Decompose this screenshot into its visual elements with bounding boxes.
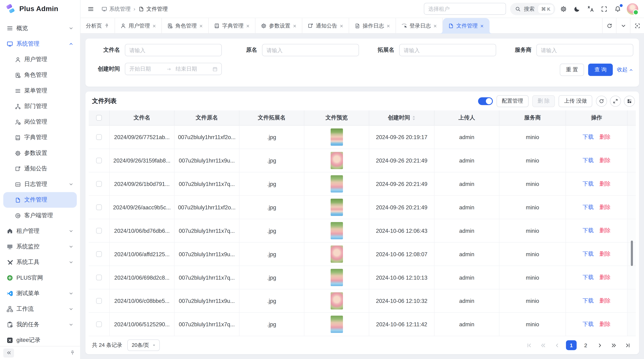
app-logo[interactable]: Plus Admin (0, 0, 80, 18)
global-search-button[interactable]: 搜索 ⌘ K (510, 3, 555, 15)
sidebar-item[interactable]: 系统工具 (3, 254, 77, 270)
page-size-select[interactable]: 20条/页 (127, 340, 160, 351)
sidebar-item[interactable]: 字典管理 (3, 130, 77, 145)
sidebar-item[interactable]: 系统监控 (3, 239, 77, 254)
row-checkbox[interactable] (96, 275, 102, 280)
column-header[interactable]: 服务商 (500, 110, 566, 126)
sidebar-item[interactable]: 系统管理 (3, 36, 77, 52)
header-action-button[interactable] (612, 3, 623, 14)
sidebar-item[interactable]: 测试菜单 (3, 286, 77, 301)
delete-link[interactable]: 删除 (600, 180, 610, 188)
download-link[interactable]: 下载 (583, 204, 594, 211)
download-link[interactable]: 下载 (583, 133, 594, 141)
file-preview-thumbnail[interactable] (330, 152, 343, 169)
breadcrumb-item[interactable]: 系统管理 (102, 5, 130, 12)
sidebar-pin-button[interactable] (68, 348, 77, 358)
sidebar-collapse-button[interactable] (3, 348, 14, 358)
row-checkbox[interactable] (96, 204, 102, 210)
sidebar-item[interactable]: 菜单管理 (3, 83, 77, 98)
reset-button[interactable]: 重 置 (560, 64, 584, 76)
tab-close-icon[interactable] (199, 24, 203, 28)
tab[interactable]: 分析页 (80, 18, 115, 34)
tab[interactable]: 登录日志 (396, 18, 443, 34)
header-action-button[interactable] (585, 3, 596, 14)
column-header[interactable]: 上传人 (434, 110, 500, 126)
sidebar-item[interactable]: 日志管理 (3, 176, 77, 192)
tab[interactable]: 用户管理 (115, 18, 162, 34)
pager-button[interactable] (524, 340, 534, 350)
delete-link[interactable]: 删除 (600, 204, 610, 211)
tab-close-icon[interactable] (386, 24, 390, 28)
sort-icon[interactable] (412, 115, 416, 120)
download-link[interactable]: 下载 (583, 227, 594, 234)
delete-link[interactable]: 删除 (600, 274, 610, 281)
tenant-select-input[interactable] (424, 3, 506, 15)
select-all-checkbox[interactable] (96, 115, 102, 121)
search-toggle-switch[interactable] (478, 97, 493, 105)
pager-button[interactable]: 1 (566, 340, 577, 350)
query-button[interactable]: 查 询 (588, 64, 613, 76)
row-checkbox[interactable] (96, 181, 102, 187)
table-icon-button[interactable] (596, 95, 607, 107)
header-action-button[interactable] (572, 3, 582, 14)
tab-close-icon[interactable] (293, 24, 296, 28)
delete-link[interactable]: 删除 (600, 297, 610, 305)
row-checkbox[interactable] (96, 158, 102, 163)
sidebar-item[interactable]: 角色管理 (3, 67, 77, 83)
delete-button[interactable]: 删 除 (532, 95, 555, 107)
pager-button[interactable] (538, 340, 548, 350)
sidebar-item[interactable]: 概览 (3, 20, 77, 36)
download-link[interactable]: 下载 (583, 180, 594, 188)
sidebar-item[interactable]: gitee记录 (3, 333, 77, 344)
column-header[interactable]: 文件原名 (174, 110, 240, 126)
delete-link[interactable]: 删除 (600, 227, 610, 234)
column-header-sortable[interactable]: 创建时间 (369, 110, 434, 126)
file-preview-thumbnail[interactable] (330, 316, 343, 333)
tab-close-icon[interactable] (246, 24, 250, 28)
sidebar-item[interactable]: 客户端管理 (3, 208, 77, 223)
row-checkbox[interactable] (96, 228, 102, 234)
tab[interactable]: 字典管理 (208, 18, 256, 34)
filter-input[interactable] (536, 44, 633, 56)
delete-link[interactable]: 删除 (600, 250, 610, 258)
pager-button[interactable] (623, 340, 632, 350)
sidebar-item[interactable]: 文件管理 (3, 192, 77, 208)
delete-link[interactable]: 删除 (600, 321, 610, 328)
file-preview-thumbnail[interactable] (330, 199, 343, 216)
row-checkbox[interactable] (96, 134, 102, 140)
file-preview-thumbnail[interactable] (330, 175, 343, 192)
sidebar-item[interactable]: 参数设置 (3, 145, 77, 161)
filter-input[interactable] (399, 44, 496, 56)
sidebar-item[interactable]: 用户管理 (3, 52, 77, 67)
file-preview-thumbnail[interactable] (330, 246, 343, 263)
upload-button[interactable]: 上传 没做 (559, 95, 592, 107)
sidebar-item[interactable]: 部门管理 (3, 98, 77, 114)
delete-link[interactable]: 删除 (600, 157, 610, 164)
filter-input[interactable] (125, 44, 222, 56)
tab-bar-control-button[interactable] (602, 18, 616, 33)
tab-close-icon[interactable] (104, 23, 109, 28)
pager-button[interactable] (609, 340, 618, 350)
column-header[interactable]: 文件名 (110, 110, 174, 126)
tab[interactable]: 操作日志 (349, 18, 396, 34)
table-icon-button[interactable] (624, 95, 635, 107)
file-preview-thumbnail[interactable] (330, 129, 343, 146)
tab[interactable]: 角色管理 (162, 18, 209, 34)
tab[interactable]: 通知公告 (302, 18, 349, 34)
download-link[interactable]: 下载 (583, 321, 594, 328)
file-preview-thumbnail[interactable] (330, 269, 343, 286)
file-preview-thumbnail[interactable] (330, 222, 343, 239)
row-checkbox[interactable] (96, 298, 102, 304)
download-link[interactable]: 下载 (583, 250, 594, 258)
column-header[interactable]: 文件预览 (304, 110, 369, 126)
user-avatar[interactable] (627, 3, 638, 14)
tab-close-icon[interactable] (340, 24, 344, 28)
column-header[interactable]: 操作 (566, 110, 628, 126)
tab[interactable]: 文件管理 (443, 18, 490, 34)
sidebar-item[interactable]: 租户管理 (3, 223, 77, 239)
header-action-button[interactable] (599, 3, 610, 14)
table-icon-button[interactable] (610, 95, 621, 107)
filter-input[interactable] (262, 44, 359, 56)
collapse-filter-link[interactable]: 收起 (617, 66, 633, 73)
tab-bar-control-button[interactable] (616, 18, 630, 33)
